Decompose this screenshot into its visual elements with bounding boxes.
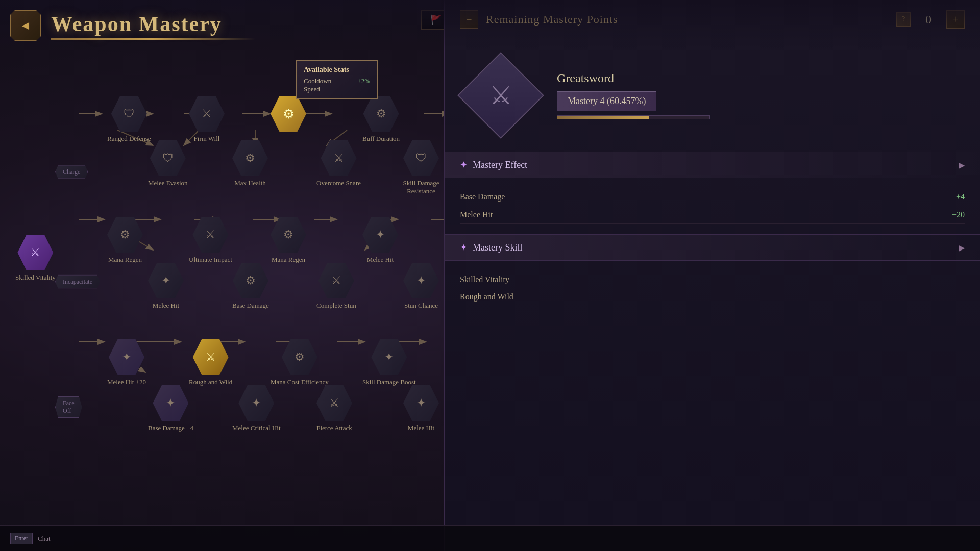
skill-damage-resistance-label: Skill Damage Resistance [398,179,444,195]
back-button[interactable]: ◄ [10,10,41,41]
mastery-effect-arrow[interactable]: ▶ [959,160,965,170]
tooltip-title: Available Stats [304,66,370,74]
mastery-bar-container [557,115,710,119]
stun-chance-symbol: ✦ [416,274,426,287]
mana-regen-1-symbol: ⚙ [120,228,130,241]
skill-item-skilled-vitality: Skilled Vitality [460,271,965,288]
node-base-damage-plus4[interactable]: ✦ Base Damage +4 [148,385,193,432]
node-skill-damage-boost[interactable]: ✦ Skill Damage Boost [362,339,416,386]
max-health-label: Max Health [234,179,266,187]
skill-item-rough-and-wild: Rough and Wild [460,288,965,306]
tooltip-stat-name: Cooldown Speed [304,77,347,93]
melee-hit-1-icon: ✦ [362,217,398,253]
node-max-health[interactable]: ⚙ Max Health [232,140,268,187]
melee-evasion-icon: 🛡 [150,140,186,176]
node-melee-hit-plus20[interactable]: ✦ Melee Hit +20 [107,339,146,386]
node-mana-regen-1[interactable]: ⚙ Mana Regen [107,217,143,264]
node-mana-regen-2[interactable]: ⚙ Mana Regen [271,217,306,264]
mastery-skill-icon: ✦ [460,242,468,253]
node-cooldown-speed[interactable]: ⚙ Available Stats Cooldown Speed +2% [271,96,306,132]
node-melee-critical-hit[interactable]: ✦ Melee Critical Hit [232,385,281,432]
incapacitate-button[interactable]: Incapacitate [55,275,100,289]
complete-stun-symbol: ⚔ [331,274,341,287]
stat-value-melee-hit: +20 [952,210,965,219]
bottom-bar: Enter Chat [0,525,980,551]
stat-name-melee-hit: Melee Hit [460,210,493,219]
firm-will-icon: ⚔ [189,96,225,132]
rough-and-wild-label: Rough and Wild [189,378,232,386]
mastery-effect-stats: Base Damage +4 Melee Hit +20 [445,178,980,235]
base-damage-plus4-symbol: ✦ [166,396,175,410]
node-ranged-defense[interactable]: 🛡 Ranged Defense [107,96,151,143]
melee-hit-1-symbol: ✦ [376,228,385,241]
rough-and-wild-symbol: ⚔ [206,350,216,364]
ranged-defense-icon: 🛡 [111,96,147,132]
weapon-info: ⚔ Greatsword Mastery 4 (60.457%) [445,39,980,152]
mana-cost-efficiency-icon: ⚙ [282,339,317,375]
mastery-tree: ⚔ Skilled Vitality Charge 🛡 Ranged Defen… [0,51,444,520]
melee-critical-hit-label: Melee Critical Hit [232,424,281,432]
node-melee-hit-1[interactable]: ✦ Melee Hit [362,217,398,264]
ultimate-impact-symbol: ⚔ [205,228,215,241]
ultimate-impact-icon: ⚔ [192,217,228,253]
weapon-diamond: ⚔ [457,52,544,139]
buff-duration-icon: ⚙ [363,96,399,132]
base-damage-plus4-icon: ✦ [153,385,188,421]
ranged-defense-symbol: 🛡 [124,107,135,120]
node-base-damage-1[interactable]: ⚙ Base Damage [232,263,269,310]
node-buff-duration[interactable]: ⚙ Buff Duration [362,96,400,143]
base-damage-1-icon: ⚙ [233,263,268,298]
melee-hit-1-label: Melee Hit [367,256,394,264]
mastery-skill-arrow[interactable]: ▶ [959,243,965,253]
mastery-level: Mastery 4 (60.457%) [557,91,656,111]
mana-regen-2-symbol: ⚙ [283,228,293,241]
node-melee-hit-3[interactable]: ✦ Melee Hit [403,385,439,432]
base-damage-plus4-label: Base Damage +4 [148,424,193,432]
right-panel: − Remaining Mastery Points ? 0 + ⚔ Great… [444,0,980,551]
chat-hint-text: Chat [38,535,51,543]
base-damage-1-symbol: ⚙ [246,274,256,287]
greatsword-icon: ⚔ [489,81,512,110]
melee-critical-hit-icon: ✦ [238,385,274,421]
melee-hit-3-icon: ✦ [403,385,439,421]
title-decoration [51,38,255,40]
node-complete-stun[interactable]: ⚔ Complete Stun [316,263,356,310]
tooltip-stat: Cooldown Speed +2% [304,77,370,93]
ultimate-impact-label: Ultimate Impact [189,256,232,264]
node-firm-will[interactable]: ⚔ Firm Will [189,96,225,143]
cooldown-speed-icon: ⚙ [271,96,306,132]
node-ultimate-impact[interactable]: ⚔ Ultimate Impact [189,217,232,264]
melee-hit-2-icon: ✦ [148,263,184,298]
node-mana-cost-efficiency[interactable]: ⚙ Mana Cost Efficiency [271,339,329,386]
melee-hit-3-symbol: ✦ [416,396,426,410]
node-fierce-attack[interactable]: ⚔ Fierce Attack [316,385,352,432]
header: ◄ Weapon Mastery [0,0,980,51]
node-stun-chance[interactable]: ✦ Stun Chance [403,263,439,310]
node-melee-hit-2[interactable]: ✦ Melee Hit [148,263,184,310]
overcome-snare-label: Overcome Snare [316,179,361,187]
face-off-button[interactable]: Face Off [55,396,82,418]
charge-button[interactable]: Charge [55,165,88,179]
title-area: Weapon Mastery [51,12,255,40]
mastery-skill-title: Mastery Skill [473,242,953,253]
skill-damage-boost-icon: ✦ [371,339,407,375]
node-overcome-snare[interactable]: ⚔ Overcome Snare [316,140,361,187]
node-rough-and-wild[interactable]: ⚔ Rough and Wild [189,339,232,386]
overcome-snare-symbol: ⚔ [334,152,344,165]
complete-stun-icon: ⚔ [318,263,354,298]
stun-chance-label: Stun Chance [404,302,438,310]
melee-evasion-label: Melee Evasion [148,179,188,187]
melee-hit-2-label: Melee Hit [153,302,179,310]
stat-row-melee-hit: Melee Hit +20 [460,206,965,224]
skilled-vitality-icon: ⚔ [17,235,53,270]
mana-regen-1-label: Mana Regen [108,256,142,264]
stat-name-base-damage: Base Damage [460,192,505,202]
node-skilled-vitality[interactable]: ⚔ Skilled Vitality [15,235,56,282]
buff-duration-label: Buff Duration [362,135,400,143]
mastery-skills-list: Skilled Vitality Rough and Wild [445,261,980,316]
node-melee-evasion[interactable]: 🛡 Melee Evasion [148,140,188,187]
melee-hit-plus20-symbol: ✦ [122,350,131,364]
node-skill-damage-resistance[interactable]: 🛡 Skill Damage Resistance [398,140,444,195]
firm-will-label: Firm Will [194,135,220,143]
ranged-defense-label: Ranged Defense [107,135,151,143]
